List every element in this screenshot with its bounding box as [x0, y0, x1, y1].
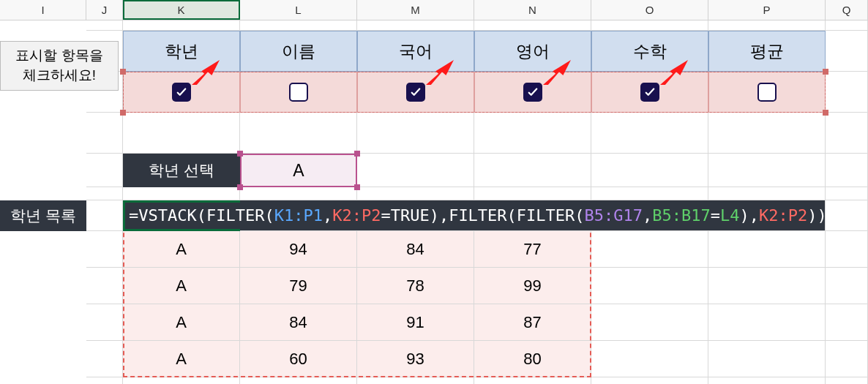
col-header-m[interactable]: M	[357, 0, 474, 20]
result-cell[interactable]: 79	[240, 268, 357, 304]
grade-select-value[interactable]: A	[240, 154, 357, 187]
result-cell[interactable]: A	[123, 341, 240, 377]
instruction-text: 표시할 항목을 체크하세요!	[15, 46, 102, 85]
list-label: 학년 목록	[0, 200, 86, 231]
formula-text: =VSTACK(FILTER(	[129, 206, 274, 225]
checkbox-english[interactable]	[474, 72, 591, 113]
result-cell[interactable]: 78	[357, 268, 474, 304]
check-icon	[172, 83, 191, 102]
header-avg[interactable]: 평균	[708, 31, 826, 72]
col-header-o[interactable]: O	[591, 0, 708, 20]
checkbox-grade[interactable]	[123, 72, 240, 113]
checkbox-math[interactable]	[591, 72, 708, 113]
col-header-i[interactable]: I	[0, 0, 86, 20]
checkbox-name[interactable]	[240, 72, 357, 113]
check-icon	[406, 83, 425, 102]
col-header-p[interactable]: P	[708, 0, 826, 20]
col-header-q[interactable]: Q	[826, 0, 868, 20]
checkbox-row	[0, 72, 868, 113]
formula-range-k2p2-2: K2:P2	[759, 206, 807, 225]
header-math[interactable]: 수학	[591, 31, 708, 72]
formula-range-b5g17: B5:G17	[585, 206, 643, 225]
result-cell[interactable]: 91	[357, 304, 474, 341]
header-korean[interactable]: 국어	[357, 31, 474, 72]
col-header-k[interactable]: K	[123, 0, 240, 20]
grade-select-label: 학년 선택	[123, 154, 240, 187]
uncheck-icon	[289, 83, 308, 102]
result-cell[interactable]: A	[123, 268, 240, 304]
formula-cell[interactable]: =VSTACK(FILTER( K1:P1 , K2:P2 =TRUE ),FI…	[123, 200, 826, 231]
instruction-callout: 표시할 항목을 체크하세요!	[0, 41, 119, 91]
result-cell[interactable]: 60	[240, 341, 357, 377]
checkbox-avg[interactable]	[708, 72, 826, 113]
result-cell[interactable]: 87	[474, 304, 591, 341]
result-cell[interactable]: 84	[240, 304, 357, 341]
result-cell[interactable]: 93	[357, 341, 474, 377]
check-icon	[640, 83, 659, 102]
formula-range-b5b17: B5:B17	[652, 206, 710, 225]
check-icon	[523, 83, 542, 102]
uncheck-icon	[757, 83, 777, 102]
result-cell[interactable]: 80	[474, 341, 591, 377]
result-cell[interactable]: A	[123, 304, 240, 341]
result-cell[interactable]: 94	[240, 231, 357, 268]
result-cell[interactable]: 99	[474, 268, 591, 304]
result-cell[interactable]: 84	[357, 231, 474, 268]
header-grade[interactable]: 학년	[123, 31, 240, 72]
checkbox-korean[interactable]	[357, 72, 474, 113]
result-cell[interactable]: 77	[474, 231, 591, 268]
header-english[interactable]: 영어	[474, 31, 591, 72]
header-name[interactable]: 이름	[240, 31, 357, 72]
col-header-j[interactable]: J	[86, 0, 123, 20]
col-header-n[interactable]: N	[474, 0, 591, 20]
col-header-l[interactable]: L	[240, 0, 357, 20]
column-header-row: I J K L M N O P Q	[0, 0, 868, 20]
formula-range-k2p2: K2:P2	[332, 206, 381, 225]
result-cell[interactable]: A	[123, 231, 240, 268]
formula-range-k1p1: K1:P1	[274, 206, 323, 225]
